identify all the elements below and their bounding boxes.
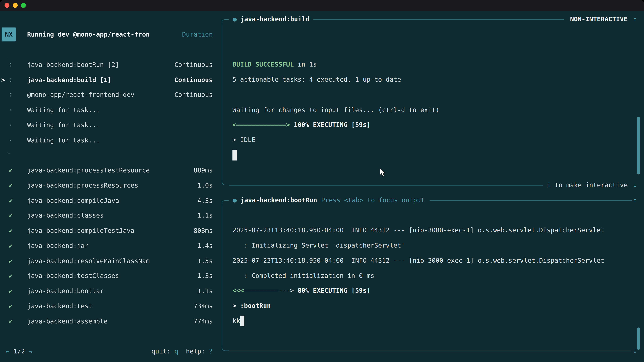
task-name: Waiting for task... xyxy=(27,106,100,114)
panel-bootrun-header: ● java-backend:bootRun Press <tab> to fo… xyxy=(222,195,639,206)
task-name: @mono-app/react-frontend:dev xyxy=(27,91,134,99)
terminal-line: BUILD SUCCESSFUL in 1s xyxy=(232,57,631,72)
completed-task-row[interactable]: ✔java-backend:test734ms xyxy=(0,299,222,314)
non-interactive-label: NON-INTERACTIVE xyxy=(570,15,628,23)
check-icon: ✔ xyxy=(8,212,14,219)
task-status-icon: · xyxy=(8,106,14,114)
task-row[interactable]: ·Waiting for task... xyxy=(0,118,222,133)
text-segment: quit: xyxy=(152,348,174,355)
task-name: java-backend:test xyxy=(27,303,92,310)
check-icon: ✔ xyxy=(8,182,14,189)
task-name: java-backend:processResources xyxy=(27,182,138,189)
task-status-icon: · xyxy=(8,121,14,129)
close-button[interactable] xyxy=(4,3,10,8)
completed-task-row[interactable]: ✔java-backend:classes1.1s xyxy=(0,208,222,223)
task-duration: 1.0s xyxy=(198,182,213,189)
sidebar-title: Running dev @mono-app/react-fron xyxy=(27,31,150,38)
text-segment: > :bootRun xyxy=(232,302,271,310)
panel-bootrun: ● java-backend:bootRun Press <tab> to fo… xyxy=(222,200,639,351)
task-name: java-backend:testClasses xyxy=(27,272,119,280)
check-icon: ✔ xyxy=(8,167,14,174)
task-row[interactable]: >∶java-backend:build [1]Continuous xyxy=(0,72,222,87)
scroll-up-icon[interactable]: ↑ xyxy=(632,197,638,204)
scale-wrapper: NX Running dev @mono-app/react-fron Dura… xyxy=(0,0,644,362)
check-icon: ✔ xyxy=(8,272,14,280)
task-duration: 1.3s xyxy=(198,272,213,280)
minimize-button[interactable] xyxy=(13,3,18,8)
text-segment: ---> xyxy=(278,287,294,295)
task-row[interactable]: ·Waiting for task... xyxy=(0,133,222,148)
completed-task-row[interactable]: ✔java-backend:jar1.4s xyxy=(0,238,222,253)
text-segment: to make interactive xyxy=(551,181,628,189)
text-segment xyxy=(240,316,244,326)
text-segment: Waiting for changes to input files... (c… xyxy=(232,106,440,113)
terminal-line: <<<═════════---> 80% EXECUTING [59s] xyxy=(232,283,631,298)
task-name: java-backend:jar xyxy=(27,242,88,250)
text-segment: 2025-07-23T13:40:18.950-04:00 INFO 44312… xyxy=(232,227,604,234)
task-row[interactable]: ∶@mono-app/react-frontend:devContinuous xyxy=(0,87,222,103)
terminal-window: NX Running dev @mono-app/react-fron Dura… xyxy=(0,0,644,362)
sidebar-header: Running dev @mono-app/react-fron Duratio… xyxy=(0,27,222,42)
completed-task-row[interactable]: ✔java-backend:testClasses1.3s xyxy=(0,269,222,284)
text-segment: <<<═════════ xyxy=(232,287,278,295)
completed-task-row[interactable]: ✔java-backend:compileJava4.3s xyxy=(0,193,222,208)
running-task-list: ∶java-backend:bootRun [2]Continuous>∶jav… xyxy=(0,57,222,148)
task-name: Waiting for task... xyxy=(27,121,100,129)
terminal-line: 2025-07-23T13:40:18.950-04:00 INFO 44312… xyxy=(232,223,631,238)
task-name: java-backend:compileTestJava xyxy=(27,227,134,234)
completed-task-row[interactable]: ✔java-backend:resolveMainClassNam1.5s xyxy=(0,253,222,269)
check-icon: ✔ xyxy=(8,197,14,204)
panel-build-header: ● java-backend:build NON-INTERACTIVE ↑ xyxy=(222,14,639,25)
panel-border-line xyxy=(229,351,632,351)
zoom-button[interactable] xyxy=(21,3,26,8)
completed-task-row[interactable]: ✔java-backend:processTestResource889ms xyxy=(0,163,222,178)
task-name: java-backend:bootJar xyxy=(27,287,104,295)
text-segment: 80% EXECUTING [59s] xyxy=(294,287,370,295)
panel-build-title-group: ● java-backend:build xyxy=(229,15,314,23)
completed-task-row[interactable]: ✔java-backend:bootJar1.1s xyxy=(0,284,222,299)
text-segment: BUILD SUCCESSFUL xyxy=(232,61,294,68)
panel-bootrun-title: java-backend:bootRun xyxy=(240,197,317,204)
task-name: java-backend:resolveMainClassNam xyxy=(27,257,150,265)
completed-task-list: ✔java-backend:processTestResource889ms✔j… xyxy=(0,163,222,329)
scrollbar-thumb[interactable] xyxy=(637,117,640,174)
task-duration: 1.5s xyxy=(198,257,213,265)
task-duration: 4.3s xyxy=(198,197,213,204)
completed-task-row[interactable]: ✔java-backend:compileTestJava808ms xyxy=(0,223,222,238)
task-status-bullet-icon: ● xyxy=(233,197,237,204)
task-status: Continuous xyxy=(174,76,213,84)
completed-task-row[interactable]: ✔java-backend:assemble774ms xyxy=(0,314,222,329)
text-segment: 1/2 xyxy=(14,348,25,355)
terminal-line xyxy=(232,147,631,163)
task-status-bullet-icon: ● xyxy=(233,15,237,23)
scroll-up-icon[interactable]: ↑ xyxy=(632,15,638,23)
panel-border-corner xyxy=(222,200,229,206)
text-segment: > IDLE xyxy=(232,136,256,144)
text-segment: i xyxy=(547,181,551,189)
panel-bootrun-title-group: ● java-backend:bootRun xyxy=(229,197,321,204)
task-row[interactable]: ·Waiting for task... xyxy=(0,103,222,118)
pagination[interactable]: ← 1/2 → xyxy=(6,348,32,355)
scroll-down-icon[interactable]: ↓ xyxy=(632,181,638,189)
panel-build-output: BUILD SUCCESSFUL in 1s5 actionable tasks… xyxy=(232,57,631,163)
task-duration: 889ms xyxy=(194,167,213,174)
terminal-line: : Completed initialization in 0 ms xyxy=(232,268,631,283)
text-segment: : Initializing Servlet 'dispatcherServle… xyxy=(232,242,405,249)
check-icon: ✔ xyxy=(8,227,14,234)
task-duration: 1.4s xyxy=(198,242,213,250)
text-segment: 100% EXECUTING [59s] xyxy=(290,121,370,129)
task-status: Continuous xyxy=(174,91,213,99)
panel-build: ● java-backend:build NON-INTERACTIVE ↑ B… xyxy=(222,19,639,185)
text-segment xyxy=(232,150,237,161)
text-segment: help: xyxy=(178,348,209,355)
task-status-icon: ∶ xyxy=(8,61,14,68)
terminal-line: 2025-07-23T13:40:18.950-04:00 INFO 44312… xyxy=(232,253,631,268)
task-row[interactable]: ∶java-backend:bootRun [2]Continuous xyxy=(0,57,222,72)
scrollbar-thumb[interactable] xyxy=(637,328,640,350)
text-segment: <═════════════> xyxy=(232,121,290,129)
completed-task-row[interactable]: ✔java-backend:processResources1.0s xyxy=(0,178,222,193)
make-interactive-hint: i to make interactive xyxy=(547,181,628,189)
panel-bootrun-output: 2025-07-23T13:40:18.950-04:00 INFO 44312… xyxy=(232,223,631,329)
check-icon: ✔ xyxy=(8,257,14,265)
terminal-line: <═════════════> 100% EXECUTING [59s] xyxy=(232,117,631,132)
